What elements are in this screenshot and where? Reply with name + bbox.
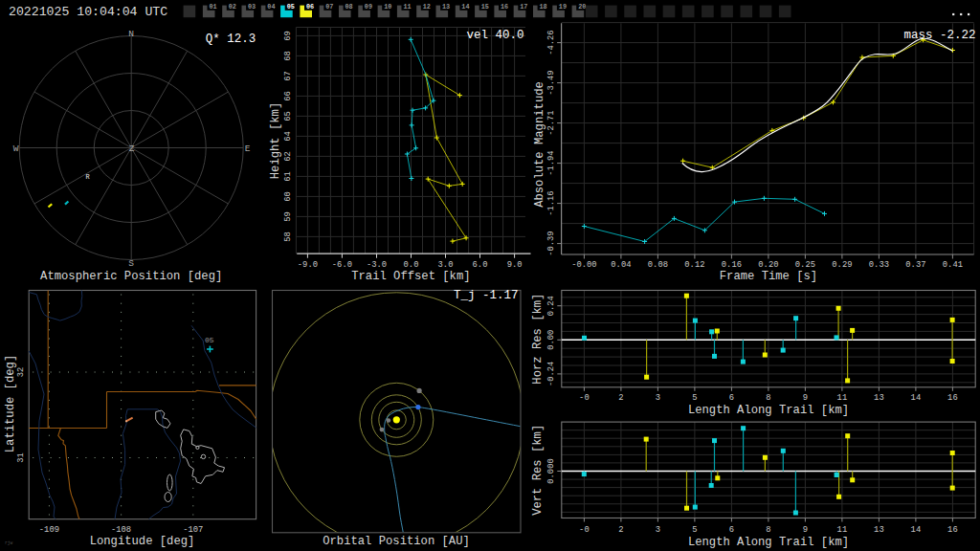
svg-text:Latitude [deg]: Latitude [deg] [4, 355, 17, 452]
svg-text:07: 07 [325, 3, 333, 11]
svg-text:-0.39: -0.39 [547, 231, 557, 255]
svg-text:2: 2 [618, 525, 623, 535]
svg-text:E: E [245, 143, 251, 154]
svg-text:2: 2 [618, 393, 623, 403]
svg-text:-4.26: -4.26 [547, 30, 557, 55]
svg-text:-0.00: -0.00 [571, 260, 596, 270]
svg-text:0.16: 0.16 [722, 260, 742, 270]
svg-text:N: N [128, 29, 134, 39]
svg-text:08: 08 [345, 3, 353, 11]
svg-text:-0: -0 [579, 525, 590, 535]
svg-text:Height [km]: Height [km] [269, 102, 282, 179]
svg-text:06: 06 [306, 3, 314, 11]
svg-text:59: 59 [284, 211, 294, 222]
svg-text:0.04: 0.04 [611, 260, 631, 270]
svg-text:58: 58 [284, 231, 294, 242]
svg-text:S: S [128, 258, 134, 269]
svg-text:13: 13 [874, 393, 884, 403]
svg-text:0.41: 0.41 [943, 260, 963, 270]
svg-text:-0.24: -0.24 [546, 362, 556, 386]
svg-text:Length Along Trail [km]: Length Along Trail [km] [688, 404, 849, 417]
svg-text:5: 5 [692, 393, 697, 403]
svg-text:65: 65 [284, 111, 294, 121]
svg-text:Q* 12.3: Q* 12.3 [206, 33, 256, 46]
svg-text:6: 6 [729, 393, 734, 403]
svg-text:-107: -107 [183, 525, 203, 535]
svg-text:9: 9 [803, 393, 808, 403]
svg-text:0.08: 0.08 [648, 260, 668, 270]
svg-text:32: 32 [16, 367, 26, 378]
svg-text:T_j -1.17: T_j -1.17 [454, 289, 519, 302]
svg-text:3.0: 3.0 [438, 260, 454, 270]
svg-text:-9.0: -9.0 [298, 260, 318, 270]
svg-text:0.0: 0.0 [404, 260, 419, 270]
svg-text:3: 3 [656, 393, 660, 403]
svg-text:6.0: 6.0 [473, 260, 488, 270]
svg-text:19: 19 [559, 3, 567, 11]
svg-text:-0: -0 [579, 393, 590, 403]
svg-text:0.29: 0.29 [832, 260, 852, 270]
svg-text:61: 61 [284, 171, 294, 182]
svg-text:16: 16 [501, 3, 508, 11]
svg-text:09: 09 [365, 3, 372, 11]
svg-text:14: 14 [911, 525, 922, 535]
svg-text:31: 31 [16, 452, 26, 463]
svg-text:16: 16 [947, 393, 958, 403]
svg-text:14: 14 [911, 393, 922, 403]
svg-text:11: 11 [403, 3, 411, 11]
svg-text:69: 69 [284, 31, 294, 41]
svg-text:20221025 10:04:04 UTC: 20221025 10:04:04 UTC [9, 5, 167, 19]
svg-text:04: 04 [267, 3, 275, 11]
svg-text:Orbital Position [AU]: Orbital Position [AU] [323, 535, 470, 548]
svg-text:18: 18 [540, 3, 547, 11]
svg-text:Longitude [deg]: Longitude [deg] [90, 535, 195, 548]
svg-text:rjw: rjw [5, 540, 12, 545]
svg-text:Atmospheric Position [deg]: Atmospheric Position [deg] [40, 270, 222, 283]
svg-text:9: 9 [803, 525, 808, 535]
svg-text:60: 60 [284, 191, 294, 202]
svg-text:Absolute Magnitude: Absolute Magnitude [533, 81, 546, 208]
svg-text:8: 8 [766, 393, 770, 403]
svg-text:62: 62 [284, 151, 294, 162]
svg-text:14: 14 [461, 3, 469, 11]
svg-text:05: 05 [205, 336, 214, 344]
svg-text:66: 66 [284, 91, 294, 101]
svg-text:Length Along Trail [km]: Length Along Trail [km] [688, 536, 849, 549]
svg-text:mass -2.22: mass -2.22 [903, 29, 975, 42]
svg-text:12: 12 [423, 3, 431, 11]
svg-text:Z: Z [129, 143, 135, 154]
svg-text:03: 03 [248, 3, 256, 11]
svg-text:64: 64 [284, 131, 294, 142]
svg-text:13: 13 [442, 3, 450, 11]
svg-text:68: 68 [284, 51, 294, 61]
svg-text:Vert Res [km]: Vert Res [km] [531, 425, 545, 516]
svg-text:0.20: 0.20 [758, 260, 778, 270]
svg-text:02: 02 [229, 3, 236, 11]
svg-text:0.25: 0.25 [795, 260, 815, 270]
svg-text:11: 11 [837, 525, 848, 535]
svg-text:10: 10 [384, 3, 391, 11]
svg-text:5: 5 [692, 525, 697, 535]
svg-text:-1.16: -1.16 [547, 190, 557, 215]
svg-text:13: 13 [874, 525, 884, 535]
svg-text:Horz Res [km]: Horz Res [km] [531, 294, 545, 385]
svg-text:20: 20 [578, 3, 586, 11]
svg-text:17: 17 [520, 3, 527, 11]
svg-text:15: 15 [481, 3, 489, 11]
svg-text:16: 16 [947, 525, 958, 535]
svg-text:67: 67 [284, 71, 294, 81]
svg-text:0.00: 0.00 [546, 330, 556, 350]
svg-text:11: 11 [837, 393, 848, 403]
svg-text:6: 6 [729, 525, 734, 535]
svg-text:-3.49: -3.49 [547, 70, 557, 95]
svg-text:9.0: 9.0 [507, 260, 523, 270]
svg-text:0.33: 0.33 [869, 260, 889, 270]
svg-text:01: 01 [209, 3, 216, 11]
svg-text:vel 40.0: vel 40.0 [466, 29, 523, 42]
svg-text:-109: -109 [39, 525, 59, 535]
svg-text:-6.0: -6.0 [332, 260, 352, 270]
svg-text:Frame Time [s]: Frame Time [s] [720, 270, 817, 283]
svg-text:3: 3 [656, 525, 660, 535]
svg-text:Trail Offset [km]: Trail Offset [km] [351, 270, 470, 283]
svg-text:0.37: 0.37 [905, 260, 925, 270]
